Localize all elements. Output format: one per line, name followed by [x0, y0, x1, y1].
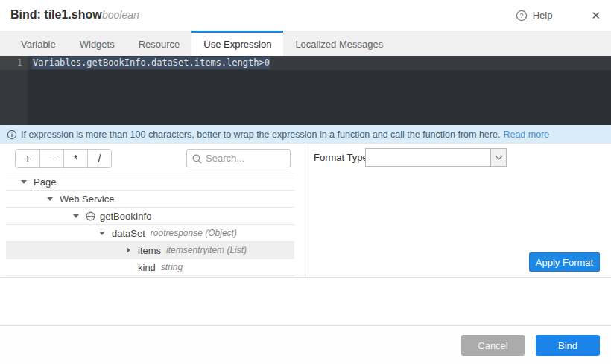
collapse-arrow-icon[interactable] [47, 197, 54, 201]
header-actions: ? Help ✕ [516, 0, 601, 31]
tree-item-label: Page [34, 176, 56, 188]
search-box [186, 149, 291, 167]
multiply-operator-button[interactable]: * [63, 150, 87, 167]
data-tree: Page Web Service getBookInfo dataSet r [6, 173, 294, 276]
tab-bar: Variable Widgets Resource Use Expression… [0, 31, 611, 56]
tab-widgets[interactable]: Widgets [68, 31, 127, 56]
svg-text:?: ? [519, 12, 523, 19]
collapse-arrow-icon[interactable] [73, 214, 80, 218]
tree-panel: + − * / Page Web Service [0, 144, 306, 277]
dialog-header: Bind: tile1.show boolean ? Help ✕ [0, 0, 611, 31]
bind-button[interactable]: Bind [536, 335, 600, 356]
tree-item-label: dataSet [112, 228, 145, 239]
chevron-down-icon [495, 153, 502, 160]
expand-arrow-icon[interactable] [125, 247, 132, 253]
select-dropdown-button[interactable] [490, 149, 506, 166]
help-icon: ? [516, 10, 528, 22]
tab-use-expression[interactable]: Use Expression [191, 31, 283, 56]
info-icon [7, 130, 17, 140]
tree-item-label: items [138, 245, 161, 256]
tree-item-label: kind [138, 262, 156, 273]
close-icon[interactable]: ✕ [591, 10, 601, 21]
tree-item-kind[interactable]: kind string [6, 259, 294, 276]
tree-item-type: itemsentryitem (List) [166, 245, 247, 255]
expression-editor[interactable]: 1 Variables.getBookInfo.dataSet.items.le… [0, 56, 611, 125]
format-type-label: Format Type [314, 152, 368, 163]
tab-variable[interactable]: Variable [9, 31, 68, 56]
editor-code-line[interactable]: Variables.getBookInfo.dataSet.items.leng… [32, 57, 270, 68]
tree-item-items[interactable]: items itemsentryitem (List) [6, 242, 294, 259]
info-banner: If expression is more than 100 character… [0, 125, 611, 144]
expression-text: Variables.getBookInfo.dataSet.items.leng… [32, 57, 270, 69]
tree-item-label: getBookInfo [100, 211, 151, 222]
tab-localized-messages[interactable]: Localized Messages [283, 31, 395, 56]
page-title: Bind: tile1.show [10, 8, 102, 22]
divide-operator-button[interactable]: / [87, 150, 111, 167]
minus-operator-button[interactable]: − [39, 150, 63, 167]
search-input[interactable] [206, 150, 288, 167]
tree-item-label: Web Service [60, 194, 114, 205]
cancel-button[interactable]: Cancel [461, 335, 525, 356]
dialog-body: + − * / Page Web Service [0, 144, 611, 278]
read-more-link[interactable]: Read more [503, 130, 549, 140]
format-panel: Format Type Apply Format [306, 144, 611, 277]
tree-item-type: rootresponse (Object) [151, 228, 237, 238]
web-service-icon [86, 211, 95, 221]
operator-toolbar: + − * / [15, 149, 112, 168]
dialog-footer: Cancel Bind [0, 325, 611, 364]
editor-line-number: 1 [0, 57, 22, 68]
page-subtitle: boolean [102, 9, 139, 21]
plus-operator-button[interactable]: + [16, 150, 39, 167]
bind-dialog: Bind: tile1.show boolean ? Help ✕ Variab… [0, 0, 611, 364]
tree-item-type: string [161, 262, 183, 272]
tree-item-getbookinfo[interactable]: getBookInfo [6, 208, 294, 225]
search-icon [192, 154, 202, 164]
tree-item-dataset[interactable]: dataSet rootresponse (Object) [6, 225, 294, 242]
info-message: If expression is more than 100 character… [21, 130, 500, 140]
collapse-arrow-icon[interactable] [99, 231, 106, 235]
tree-item-page[interactable]: Page [6, 173, 294, 191]
collapse-arrow-icon[interactable] [21, 179, 28, 184]
tab-resource[interactable]: Resource [127, 31, 192, 56]
apply-format-button[interactable]: Apply Format [529, 252, 600, 272]
tree-item-web-service[interactable]: Web Service [6, 191, 294, 208]
help-button[interactable]: ? Help [516, 10, 553, 22]
format-type-select[interactable] [365, 148, 507, 167]
help-label: Help [533, 10, 553, 21]
